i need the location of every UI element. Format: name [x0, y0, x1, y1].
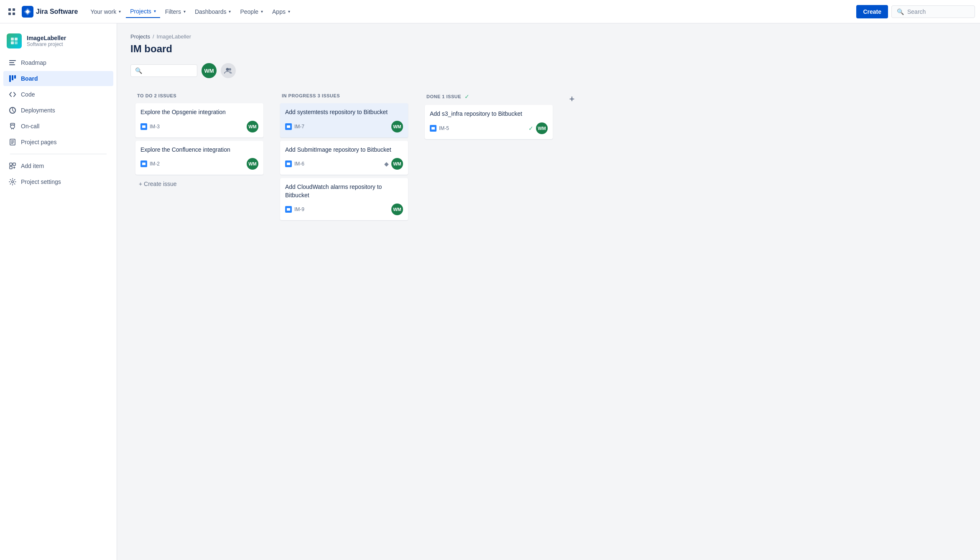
- create-issue-button[interactable]: + Create issue: [135, 178, 263, 190]
- sidebar-item-label: Project pages: [21, 139, 57, 145]
- svg-rect-8: [15, 41, 18, 44]
- app-logo[interactable]: Jira Software: [22, 6, 78, 18]
- chevron-down-icon: ▾: [261, 9, 263, 14]
- breadcrumb-projects-link[interactable]: Projects: [130, 33, 150, 40]
- card-footer: IM-9 WM: [285, 204, 403, 215]
- chevron-down-icon: ▾: [229, 9, 231, 14]
- sidebar-item-label: Project settings: [21, 178, 61, 185]
- sidebar-item-board[interactable]: Board: [3, 71, 113, 86]
- sidebar-item-project-settings[interactable]: Project settings: [3, 174, 113, 189]
- svg-rect-10: [12, 75, 13, 80]
- nav-filters[interactable]: Filters ▾: [161, 6, 190, 18]
- avatar-group[interactable]: [221, 63, 236, 78]
- column-done: DONE 1 ISSUE ✓ Add s3_infra repository t…: [420, 88, 558, 144]
- cards-done: Add s3_infra repository to Bitbucket IM-…: [425, 105, 553, 139]
- cards-todo: Explore the Opsgenie integration IM-3 WM: [135, 103, 263, 175]
- card-id-group: IM-9: [285, 206, 304, 213]
- sidebar-item-roadmap[interactable]: Roadmap: [3, 55, 113, 70]
- nav-apps[interactable]: Apps ▾: [268, 6, 294, 18]
- search-bar[interactable]: 🔍 Search: [891, 5, 975, 18]
- roadmap-icon: [8, 59, 17, 67]
- card-footer: IM-2 WM: [140, 158, 258, 170]
- top-nav: Jira Software Your work ▾ Projects ▾ Fil…: [0, 0, 980, 23]
- card-actions: ✓ WM: [528, 122, 548, 134]
- board-columns: TO DO 2 ISSUES Explore the Opsgenie inte…: [130, 88, 967, 225]
- card-footer: IM-5 ✓ WM: [430, 122, 548, 134]
- search-icon: 🔍: [135, 67, 142, 74]
- card-footer: IM-6 ◆ WM: [285, 158, 403, 170]
- card-im2[interactable]: Explore the Confluence integration IM-2 …: [135, 141, 263, 175]
- svg-rect-11: [14, 75, 16, 79]
- breadcrumb: Projects / ImageLabeller: [130, 33, 967, 40]
- project-type: Software project: [27, 41, 66, 47]
- done-check-icon: ✓: [528, 125, 533, 132]
- avatar: WM: [247, 158, 258, 170]
- board-icon: [8, 74, 17, 83]
- card-id-group: IM-3: [140, 123, 160, 130]
- nav-your-work[interactable]: Your work ▾: [86, 6, 125, 18]
- svg-rect-9: [9, 75, 11, 82]
- card-im5[interactable]: Add s3_infra repository to Bitbucket IM-…: [425, 105, 553, 139]
- sidebar-item-deployments[interactable]: Deployments: [3, 103, 113, 118]
- breadcrumb-current: ImageLabeller: [157, 33, 191, 40]
- column-header-todo: TO DO 2 ISSUES: [135, 93, 263, 98]
- card-id-group: IM-2: [140, 160, 160, 167]
- breadcrumb-separator: /: [153, 33, 154, 40]
- card-id-group: IM-7: [285, 123, 304, 130]
- card-im7[interactable]: Add systemtests repository to Bitbucket …: [280, 103, 408, 137]
- svg-rect-6: [15, 38, 18, 41]
- svg-rect-2: [8, 13, 11, 15]
- svg-rect-16: [13, 163, 15, 165]
- card-title: Add s3_infra repository to Bitbucket: [430, 110, 548, 118]
- chevron-down-icon: ▾: [119, 9, 121, 14]
- create-button[interactable]: Create: [856, 5, 888, 18]
- card-id-group: IM-5: [430, 125, 449, 132]
- card-type-icon: [140, 123, 147, 130]
- grid-icon[interactable]: [5, 5, 18, 18]
- board-search-input[interactable]: 🔍: [130, 64, 197, 77]
- svg-rect-0: [8, 8, 11, 11]
- chevron-down-icon: ▾: [154, 9, 156, 13]
- svg-point-20: [229, 68, 231, 71]
- card-title: Add CloudWatch alarms repository to Bitb…: [285, 183, 403, 199]
- search-placeholder: Search: [907, 8, 926, 15]
- sidebar-item-oncall[interactable]: On-call: [3, 119, 113, 134]
- add-icon: [8, 162, 17, 170]
- nav-people[interactable]: People ▾: [236, 6, 267, 18]
- card-im9[interactable]: Add CloudWatch alarms repository to Bitb…: [280, 178, 408, 220]
- svg-rect-17: [10, 166, 12, 169]
- sidebar-item-label: Roadmap: [21, 59, 46, 66]
- board-filters: 🔍 WM: [130, 63, 967, 78]
- nav-dashboards[interactable]: Dashboards ▾: [191, 6, 235, 18]
- project-name: ImageLabeller: [27, 35, 66, 41]
- code-icon: [8, 90, 17, 99]
- svg-rect-3: [13, 13, 15, 15]
- sidebar-item-label: Board: [21, 75, 38, 82]
- project-icon: [7, 33, 22, 48]
- card-id: IM-3: [150, 124, 160, 130]
- sidebar-item-code[interactable]: Code: [3, 87, 113, 102]
- svg-point-19: [226, 68, 229, 71]
- card-footer: IM-7 WM: [285, 121, 403, 132]
- card-type-icon: [285, 206, 292, 213]
- card-im3[interactable]: Explore the Opsgenie integration IM-3 WM: [135, 103, 263, 137]
- column-todo: TO DO 2 ISSUES Explore the Opsgenie inte…: [130, 88, 268, 195]
- nav-projects[interactable]: Projects ▾: [126, 5, 160, 18]
- avatar: WM: [247, 121, 258, 132]
- sidebar-item-project-pages[interactable]: Project pages: [3, 135, 113, 150]
- avatar-wm[interactable]: WM: [202, 63, 217, 78]
- priority-icon: ◆: [384, 160, 389, 167]
- pages-icon: [8, 138, 17, 146]
- sidebar-item-add-item[interactable]: Add item: [3, 158, 113, 173]
- card-type-icon: [430, 125, 436, 132]
- svg-point-18: [12, 181, 14, 183]
- settings-icon: [8, 178, 17, 186]
- nav-items: Your work ▾ Projects ▾ Filters ▾ Dashboa…: [86, 5, 853, 18]
- add-column-button[interactable]: +: [564, 92, 579, 107]
- svg-rect-1: [13, 8, 15, 11]
- column-header-inprogress: IN PROGRESS 3 ISSUES: [280, 93, 408, 98]
- card-id: IM-2: [150, 161, 160, 167]
- column-inprogress: IN PROGRESS 3 ISSUES Add systemtests rep…: [275, 88, 413, 225]
- card-im6[interactable]: Add SubmitImage repository to Bitbucket …: [280, 141, 408, 175]
- sidebar-item-label: On-call: [21, 123, 39, 130]
